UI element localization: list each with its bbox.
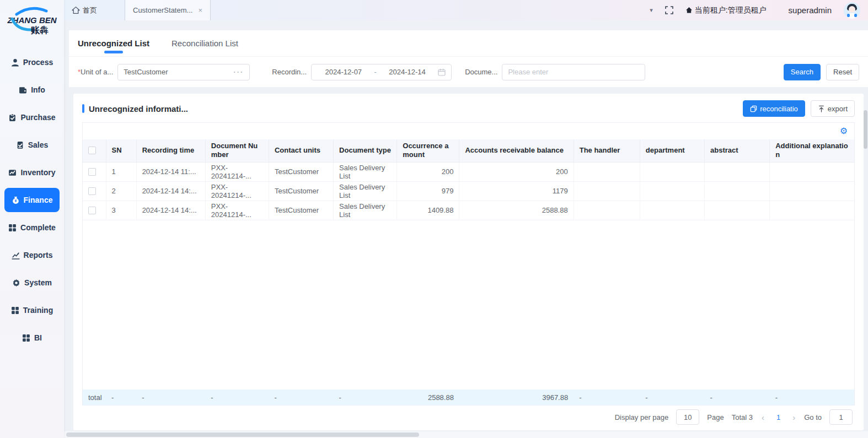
total-occurrence-amount: 2588.88 <box>397 390 459 405</box>
topbar: 首页 CustomerStatem... × ▾ 当前租户:管理员租户 supe… <box>64 0 868 20</box>
cell-additional-explanation <box>770 162 854 181</box>
cell-sn: 2 <box>106 181 136 201</box>
prev-page-icon[interactable]: ‹ <box>760 413 765 422</box>
col-header-contact-units[interactable]: Contact units <box>269 139 333 162</box>
ellipsis-icon[interactable]: ··· <box>233 68 244 76</box>
fullscreen-icon[interactable] <box>665 6 673 14</box>
table-row[interactable]: 1 2024-12-14 11:... PXX-20241214-... Tes… <box>83 162 854 181</box>
goto-label: Go to <box>804 413 822 421</box>
export-icon <box>818 105 825 112</box>
title-marker <box>82 104 84 113</box>
total-receivable-balance: 3967.88 <box>459 390 574 405</box>
sidebar-item-bi[interactable]: BI <box>0 324 64 352</box>
filter-bar: *Unit of a... TestCustomer ··· Recordin.… <box>69 57 868 87</box>
document-check-icon <box>16 141 24 149</box>
sidebar-item-finance[interactable]: ¥ Finance <box>4 188 60 212</box>
column-settings-gear-icon[interactable]: ⚙ <box>840 127 848 136</box>
cell-additional-explanation <box>770 181 854 201</box>
col-header-sn[interactable]: SN <box>106 139 136 162</box>
active-tab-indicator <box>104 51 123 53</box>
row-checkbox[interactable] <box>88 187 96 195</box>
cell-department <box>640 162 704 181</box>
page-label: Page <box>707 413 724 421</box>
date-start[interactable]: 2024-12-07 <box>317 68 369 76</box>
sidebar-item-label: Sales <box>28 140 49 149</box>
user-icon <box>11 58 19 67</box>
table-empty-space <box>83 220 854 390</box>
vertical-scrollbar-thumb[interactable] <box>864 110 867 149</box>
money-bag-icon: ¥ <box>12 196 20 204</box>
horizontal-scrollbar-thumb[interactable] <box>66 432 419 437</box>
col-header-receivable-balance[interactable]: Accounts receivable balance <box>459 139 574 162</box>
recording-date-range[interactable]: 2024-12-07 - 2024-12-14 <box>311 64 452 80</box>
col-header-document-number[interactable]: Document Number <box>205 139 269 162</box>
cell-abstract <box>705 162 770 181</box>
unit-filter-label: *Unit of a... <box>78 68 113 76</box>
document-input[interactable] <box>508 68 639 76</box>
sidebar-item-info[interactable]: Info <box>0 76 64 104</box>
table-row[interactable]: 3 2024-12-14 14:... PXX-20241214-... Tes… <box>83 201 854 220</box>
avatar[interactable] <box>844 2 860 19</box>
horizontal-scrollbar[interactable] <box>64 431 868 438</box>
reset-button[interactable]: Reset <box>826 64 859 80</box>
cell-document-number: PXX-20241214-... <box>205 181 269 201</box>
cell-handler <box>574 201 640 220</box>
chevron-down-icon[interactable]: ▾ <box>650 7 653 14</box>
cell-handler <box>574 162 640 181</box>
sidebar-item-complete[interactable]: Complete <box>0 214 64 241</box>
cell-recording-time: 2024-12-14 14:... <box>136 181 205 201</box>
col-header-handler[interactable]: The handler <box>574 139 640 162</box>
table-row[interactable]: 2 2024-12-14 14:... PXX-20241214-... Tes… <box>83 181 854 201</box>
copy-icon <box>750 105 757 112</box>
grid-icon <box>8 224 17 232</box>
reconciliation-button[interactable]: reconciliatio <box>743 100 805 117</box>
cell-department <box>640 201 704 220</box>
data-table: SN Recording time Document Number Contac… <box>83 139 854 220</box>
page-tabs: Unrecognized List Reconciliation List <box>69 30 868 57</box>
current-page[interactable]: 1 <box>773 413 784 421</box>
select-all-checkbox[interactable] <box>88 147 96 154</box>
username[interactable]: superadmin <box>789 6 832 15</box>
sidebar-item-reports[interactable]: Reports <box>0 241 64 269</box>
home-icon <box>72 6 80 14</box>
sidebar-item-sales[interactable]: Sales <box>0 131 64 159</box>
recording-filter-label: Recordin... <box>272 68 307 76</box>
tab-label: Reconciliation List <box>172 39 238 48</box>
row-checkbox[interactable] <box>88 207 96 214</box>
col-header-document-type[interactable]: Document type <box>334 139 397 162</box>
sidebar-item-label: System <box>24 278 52 287</box>
tab-reconciliation-list[interactable]: Reconciliation List <box>172 30 238 56</box>
sidebar-item-purchase[interactable]: Purchase <box>0 104 64 131</box>
next-page-icon[interactable]: › <box>791 413 796 422</box>
cell-contact-units: TestCustomer <box>269 162 333 181</box>
page-size-input[interactable] <box>676 409 699 425</box>
col-header-abstract[interactable]: abstract <box>705 139 770 162</box>
open-page-tab-label: CustomerStatem... <box>133 6 192 14</box>
search-button[interactable]: Search <box>784 64 821 80</box>
open-page-tab[interactable]: CustomerStatem... × <box>125 0 211 20</box>
col-header-recording-time[interactable]: Recording time <box>136 139 205 162</box>
col-header-additional-explanation[interactable]: Additional explanation <box>770 139 854 162</box>
export-button[interactable]: export <box>811 100 855 117</box>
sidebar-item-inventory[interactable]: Inventory <box>0 159 64 186</box>
sidebar-item-label: Inventory <box>20 168 55 177</box>
sidebar-item-label: Finance <box>24 196 53 204</box>
grid-icon <box>11 306 19 315</box>
topbar-right: ▾ 当前租户:管理员租户 superadmin <box>650 2 868 19</box>
unit-select[interactable]: TestCustomer ··· <box>117 64 250 80</box>
sidebar-item-system[interactable]: System <box>0 269 64 296</box>
goto-page-input[interactable] <box>829 409 853 425</box>
tenant-switcher[interactable]: 当前租户:管理员租户 <box>685 6 767 15</box>
col-header-occurrence-amount[interactable]: Occurrence amount <box>397 139 459 162</box>
date-end[interactable]: 2024-12-14 <box>381 68 433 76</box>
sidebar-item-training[interactable]: Training <box>0 296 64 324</box>
breadcrumb-home[interactable]: 首页 <box>64 6 105 15</box>
col-header-department[interactable]: department <box>640 139 704 162</box>
sidebar-item-process[interactable]: Process <box>0 48 64 76</box>
cell-handler <box>574 181 640 201</box>
row-checkbox[interactable] <box>88 168 96 176</box>
cell-occurrence-amount: 979 <box>397 181 459 201</box>
tab-unrecognized-list[interactable]: Unrecognized List <box>78 30 149 56</box>
total-count-label: Total 3 <box>732 413 753 421</box>
close-icon[interactable]: × <box>198 6 202 14</box>
